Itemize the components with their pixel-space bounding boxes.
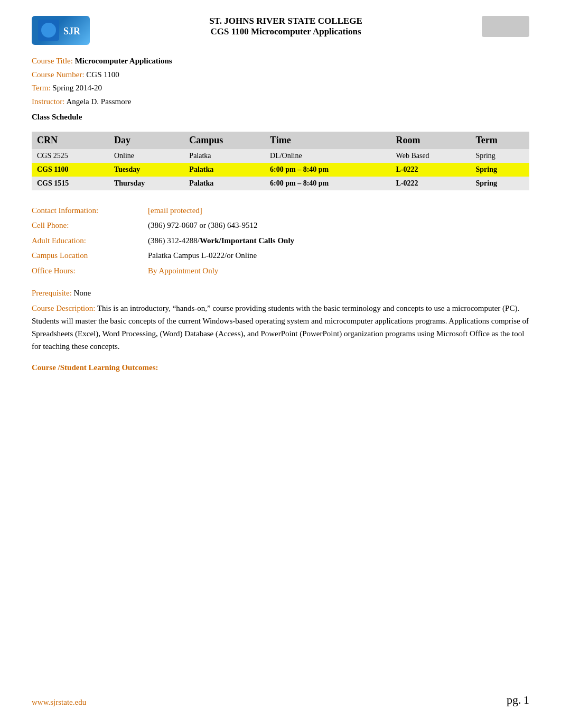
instructor-value: Angela D. Passmore bbox=[66, 97, 131, 106]
adult-education-row: Adult Education: (386) 312-4288/Work/Imp… bbox=[32, 233, 529, 248]
adult-label: Adult Education: bbox=[32, 233, 148, 248]
course-info-section: Course Title: Microcomputer Applications… bbox=[32, 54, 529, 124]
col-crn: CRN bbox=[32, 132, 109, 149]
table-row: CGS 1515ThursdayPalatka6:00 pm – 8:40 pm… bbox=[32, 177, 529, 190]
office-hours-label: Office Hours: bbox=[32, 263, 148, 279]
term-value: Spring 2014-20 bbox=[52, 84, 102, 92]
col-time: Time bbox=[265, 132, 391, 149]
website-link[interactable]: www.sjrstate.edu bbox=[32, 698, 86, 707]
page-label: pg. bbox=[507, 693, 521, 706]
course-number-value: CGS 1100 bbox=[86, 70, 119, 79]
class-schedule-heading: Class Schedule bbox=[32, 110, 529, 124]
cell-day: Online bbox=[109, 149, 184, 163]
course-description-section: Course Description: This is an introduct… bbox=[32, 302, 529, 353]
cell-term: Spring bbox=[470, 163, 529, 177]
course-full-title: CGS 1100 Microcomputer Applications bbox=[90, 26, 482, 37]
cell-crn: CGS 1100 bbox=[32, 163, 109, 177]
cell-term: Spring bbox=[470, 149, 529, 163]
svg-text:SJR: SJR bbox=[63, 26, 81, 36]
logo-left: SJR bbox=[32, 16, 90, 45]
cell-label: Cell Phone: bbox=[32, 218, 148, 233]
instructor-label: Instructor: bbox=[32, 97, 64, 106]
course-desc-text: This is an introductory, “hands-on,” cou… bbox=[32, 304, 529, 351]
contact-section: Contact Information: [email protected] C… bbox=[32, 203, 529, 279]
table-header: CRN Day Campus Time Room Term bbox=[32, 132, 529, 149]
contact-email: [email protected] bbox=[148, 203, 202, 218]
office-hours-row: Office Hours: By Appointment Only bbox=[32, 263, 529, 279]
cell-term: Spring bbox=[470, 177, 529, 190]
instructor-row: Instructor: Angela D. Passmore bbox=[32, 95, 529, 109]
col-campus: Campus bbox=[184, 132, 265, 149]
learning-outcomes-section: Course /Student Learning Outcomes: bbox=[32, 363, 529, 372]
cell-campus: Palatka bbox=[184, 149, 265, 163]
adult-value: (386) 312-4288/Work/Important Calls Only bbox=[148, 233, 294, 248]
cell-day: Thursday bbox=[109, 177, 184, 190]
learning-outcomes-label: Course /Student Learning Outcomes bbox=[32, 363, 156, 372]
cell-crn: CGS 2525 bbox=[32, 149, 109, 163]
table-body: CGS 2525OnlinePalatkaDL/OnlineWeb BasedS… bbox=[32, 149, 529, 190]
cell-campus: Palatka bbox=[184, 163, 265, 177]
adult-bold: Work/Important Calls Only bbox=[200, 236, 294, 245]
contact-info-row: Contact Information: [email protected] bbox=[32, 203, 529, 218]
page-num: 1 bbox=[523, 693, 529, 706]
prerequisite-section: Prerequisite: None bbox=[32, 289, 529, 298]
schedule-table: CRN Day Campus Time Room Term CGS 2525On… bbox=[32, 132, 529, 190]
cell-room: L-0222 bbox=[391, 177, 471, 190]
course-number-label: Course Number: bbox=[32, 70, 85, 79]
college-name: ST. JOHNS RIVER STATE COLLEGE bbox=[90, 16, 482, 26]
learning-outcomes-colon: : bbox=[156, 363, 158, 372]
prereq-label: Prerequisite: bbox=[32, 289, 72, 297]
table-row: CGS 1100TuesdayPalatka6:00 pm – 8:40 pmL… bbox=[32, 163, 529, 177]
college-title: ST. JOHNS RIVER STATE COLLEGE CGS 1100 M… bbox=[90, 16, 482, 37]
adult-plain: (386) 312-4288/ bbox=[148, 236, 200, 245]
campus-location-value: Palatka Campus L-0222/or Online bbox=[148, 248, 257, 263]
course-desc-label: Course Description: bbox=[32, 304, 95, 312]
course-title-row: Course Title: Microcomputer Applications bbox=[32, 54, 529, 68]
email-link[interactable]: [email protected] bbox=[148, 206, 202, 215]
campus-location-label: Campus Location bbox=[32, 248, 148, 263]
contact-info-label: Contact Information: bbox=[32, 203, 148, 218]
cell-campus: Palatka bbox=[184, 177, 265, 190]
svg-point-1 bbox=[41, 23, 56, 38]
page-footer: www.sjrstate.edu pg. 1 bbox=[0, 693, 561, 707]
term-row: Term: Spring 2014-20 bbox=[32, 81, 529, 95]
office-hours-value: By Appointment Only bbox=[148, 263, 218, 279]
course-title-label: Course Title: bbox=[32, 57, 73, 65]
col-day: Day bbox=[109, 132, 184, 149]
cell-day: Tuesday bbox=[109, 163, 184, 177]
cell-phone-row: Cell Phone: (386) 972-0607 or (386) 643-… bbox=[32, 218, 529, 233]
cell-room: Web Based bbox=[391, 149, 471, 163]
page-number: pg. 1 bbox=[507, 693, 529, 707]
col-room: Room bbox=[391, 132, 471, 149]
campus-location-row: Campus Location Palatka Campus L-0222/or… bbox=[32, 248, 529, 263]
cell-time: 6:00 pm – 8:40 pm bbox=[265, 163, 391, 177]
col-term: Term bbox=[470, 132, 529, 149]
term-label: Term: bbox=[32, 84, 51, 92]
cell-value: (386) 972-0607 or (386) 643-9512 bbox=[148, 218, 257, 233]
prereq-value: None bbox=[74, 289, 91, 297]
cell-crn: CGS 1515 bbox=[32, 177, 109, 190]
course-number-row: Course Number: CGS 1100 bbox=[32, 68, 529, 82]
cell-time: 6:00 pm – 8:40 pm bbox=[265, 177, 391, 190]
cell-room: L-0222 bbox=[391, 163, 471, 177]
logo-right bbox=[482, 16, 529, 37]
header-area: SJR ST. JOHNS RIVER STATE COLLEGE CGS 11… bbox=[32, 16, 529, 45]
cell-time: DL/Online bbox=[265, 149, 391, 163]
table-row: CGS 2525OnlinePalatkaDL/OnlineWeb BasedS… bbox=[32, 149, 529, 163]
course-title-value: Microcomputer Applications bbox=[75, 57, 172, 65]
